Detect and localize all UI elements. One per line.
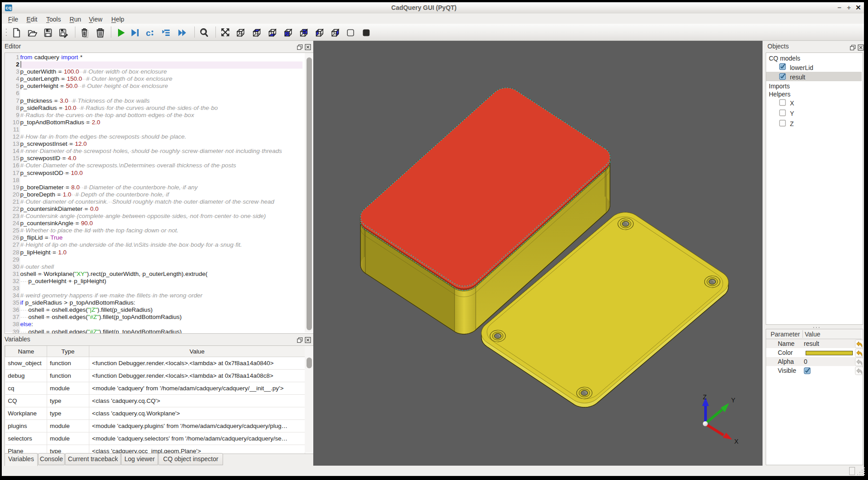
svg-text:c: c	[146, 28, 151, 38]
svg-text:Y: Y	[731, 397, 736, 404]
svg-text:X: X	[734, 438, 739, 445]
svg-text:Z: Z	[703, 393, 707, 401]
